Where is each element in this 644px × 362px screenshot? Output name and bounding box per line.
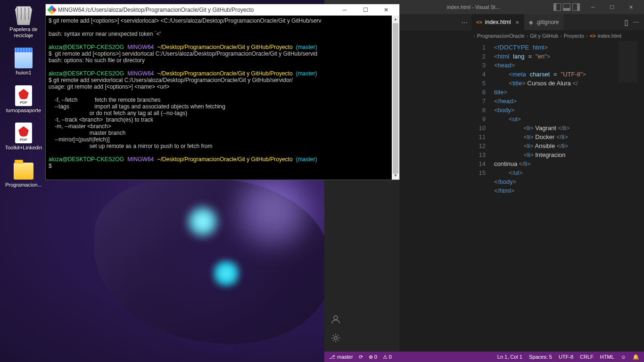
desktop-icon-huion1[interactable]: huion1 (5, 48, 42, 76)
layout-controls[interactable] (553, 3, 580, 11)
status-bar: ⎇master ⟳ ⊗ 0 ⚠ 0 Ln 1, Col 1 Spaces: 5 … (324, 352, 644, 362)
scroll-down-arrow[interactable]: ▼ (392, 172, 399, 180)
terminal-output[interactable]: $ git remote add [<options>] <servidorlo… (46, 16, 399, 180)
status-errors[interactable]: ⊗ 0 (369, 354, 377, 360)
folder-icon (14, 160, 33, 180)
icon-label: huion1 (16, 70, 31, 76)
status-feedback-icon[interactable]: ☺ (621, 354, 626, 360)
mingw-terminal-window: MINGW64:/c/Users/aloza/Desktop/Programac… (45, 4, 400, 180)
git-branch-icon: ⎇ (329, 354, 335, 360)
breadcrumb-file[interactable]: index.html (598, 33, 621, 39)
html-file-icon: <> (476, 19, 482, 25)
tab-label: .gitignore (536, 19, 559, 25)
status-bell-icon[interactable]: 🔔 (633, 354, 639, 360)
status-cursor-pos[interactable]: Ln 1, Col 1 (497, 354, 522, 360)
status-warnings[interactable]: ⚠ 0 (383, 354, 392, 360)
icon-label: Toolkit+Linkedin (5, 145, 42, 151)
scroll-up-arrow[interactable]: ▲ (392, 16, 399, 23)
chevron-icon: › (473, 33, 475, 39)
terminal-scrollbar[interactable]: ▲ ▼ (392, 16, 399, 180)
editor-toolbar-more-icon[interactable]: ··· (462, 18, 468, 27)
html-file-icon: <> (590, 33, 596, 39)
scrollbar-thumb[interactable] (393, 23, 398, 174)
pdf-icon (14, 86, 33, 106)
chevron-icon: › (527, 33, 528, 39)
breadcrumb-segment[interactable]: Git y GitHub (530, 33, 558, 39)
minimap[interactable] (619, 41, 637, 93)
close-button[interactable]: ✕ (621, 0, 640, 14)
gear-icon[interactable] (330, 333, 341, 343)
icon-label: Papelera de reciclaje (5, 26, 42, 39)
minimize-button[interactable]: ─ (334, 4, 355, 16)
close-button[interactable]: ✕ (376, 4, 396, 16)
svg-point-1 (334, 337, 337, 339)
desktop-icon-toolkit-linkedin[interactable]: Toolkit+Linkedin (5, 123, 42, 151)
vscode-title: index.html - Visual St... (393, 4, 553, 10)
status-branch[interactable]: ⎇master (329, 354, 353, 360)
recycle-bin-icon (14, 5, 33, 25)
chevron-icon: › (560, 33, 562, 39)
tab-gitignore[interactable]: ◆ .gitignore (524, 14, 564, 30)
status-eol[interactable]: CRLF (580, 354, 594, 360)
status-spaces[interactable]: Spaces: 5 (529, 354, 552, 360)
editor-actions-more-icon[interactable]: ··· (633, 18, 639, 26)
notepad-icon (14, 48, 33, 68)
terminal-titlebar[interactable]: MINGW64:/c/Users/aloza/Desktop/Programac… (46, 4, 399, 16)
minimize-button[interactable]: ─ (584, 0, 603, 14)
desktop-icon-turnopasaporte[interactable]: turnopasaporte (5, 86, 42, 114)
maximize-button[interactable]: ☐ (355, 4, 376, 16)
status-language[interactable]: HTML (600, 354, 614, 360)
tab-close-icon[interactable]: × (516, 19, 520, 26)
pdf-icon (14, 123, 33, 143)
breadcrumb-segment[interactable]: ProgramacionOracle (477, 33, 525, 39)
chevron-icon: › (586, 33, 588, 39)
status-encoding[interactable]: UTF-8 (559, 354, 573, 360)
icon-label: turnopasaporte (6, 107, 41, 114)
terminal-title: MINGW64:/c/Users/aloza/Desktop/Programac… (58, 7, 334, 13)
tab-label: index.html (485, 19, 511, 25)
icon-label: Programacion... (5, 182, 42, 188)
maximize-button[interactable]: ☐ (603, 0, 621, 14)
account-icon[interactable] (330, 314, 341, 324)
gitignore-file-icon: ◆ (529, 19, 533, 25)
svg-point-0 (334, 316, 338, 320)
split-editor-icon[interactable]: ▯ (624, 18, 628, 27)
breadcrumb-segment[interactable]: Proyecto (564, 33, 584, 39)
status-sync[interactable]: ⟳ (359, 354, 363, 360)
terminal-app-icon (47, 5, 57, 15)
line-number-gutter: 123456789101112131415 (471, 41, 494, 352)
tab-index-html[interactable]: <> index.html × (471, 14, 524, 30)
desktop-icon-programacion[interactable]: Programacion... (5, 160, 42, 188)
desktop-icon-recycle-bin[interactable]: Papelera de reciclaje (5, 5, 42, 39)
